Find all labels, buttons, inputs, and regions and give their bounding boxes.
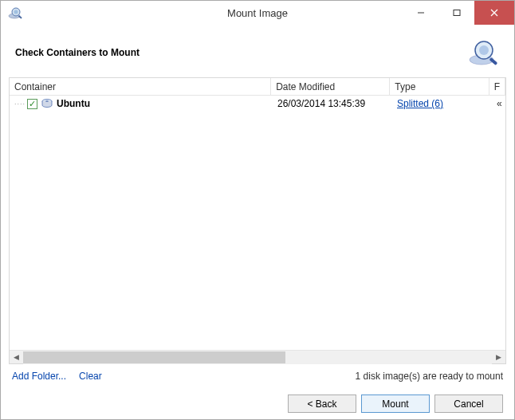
minimize-button[interactable] <box>403 1 438 25</box>
app-icon <box>7 5 23 21</box>
table-row[interactable]: ···· ✓ Ubuntu 26/03/2014 13:45:39 Splitt… <box>10 96 505 112</box>
container-list: Container Date Modified Type F ···· ✓ Ub… <box>9 77 506 364</box>
svg-rect-5 <box>454 10 460 16</box>
mount-button[interactable]: Mount <box>361 394 430 413</box>
clear-link[interactable]: Clear <box>79 371 102 382</box>
row-name: Ubuntu <box>57 98 90 109</box>
tree-body: ···· ✓ Ubuntu 26/03/2014 13:45:39 Splitt… <box>10 96 505 350</box>
svg-point-2 <box>14 10 18 14</box>
col-f[interactable]: F <box>489 78 505 95</box>
type-link[interactable]: Splitted (6) <box>397 98 443 109</box>
back-button[interactable]: < Back <box>288 394 356 413</box>
add-folder-link[interactable]: Add Folder... <box>12 371 66 382</box>
column-headers: Container Date Modified Type F <box>10 78 505 96</box>
close-button[interactable] <box>474 1 514 25</box>
col-type[interactable]: Type <box>390 78 489 95</box>
titlebar: Mount Image <box>1 1 514 25</box>
window-buttons <box>403 1 514 25</box>
svg-point-13 <box>45 100 49 102</box>
cancel-button[interactable]: Cancel <box>434 394 503 413</box>
row-date: 26/03/2014 13:45:39 <box>273 98 392 109</box>
header: Check Containers to Mount <box>1 25 514 77</box>
col-date-modified[interactable]: Date Modified <box>271 78 390 95</box>
horizontal-scrollbar[interactable]: ◀ ▶ <box>10 350 505 363</box>
scroll-left-arrow[interactable]: ◀ <box>10 351 23 364</box>
magnifier-icon <box>466 36 500 69</box>
scroll-track[interactable] <box>23 351 492 364</box>
scroll-right-arrow[interactable]: ▶ <box>492 351 505 364</box>
tree-connector: ···· <box>14 100 26 108</box>
scroll-thumb[interactable] <box>23 351 285 363</box>
row-f: « <box>492 98 505 109</box>
button-bar: < Back Mount Cancel <box>1 385 514 420</box>
row-container-cell: ···· ✓ Ubuntu <box>10 98 273 109</box>
link-bar: Add Folder... Clear 1 disk image(s) are … <box>1 364 514 385</box>
col-container[interactable]: Container <box>10 78 271 95</box>
row-type: Splitted (6) <box>392 98 492 109</box>
page-title: Check Containers to Mount <box>15 47 140 58</box>
status-text: 1 disk image(s) are ready to mount <box>356 371 503 382</box>
disk-icon <box>41 98 53 109</box>
window-title: Mount Image <box>227 7 288 19</box>
row-checkbox[interactable]: ✓ <box>27 99 37 109</box>
svg-point-10 <box>479 45 489 55</box>
maximize-button[interactable] <box>438 1 474 25</box>
